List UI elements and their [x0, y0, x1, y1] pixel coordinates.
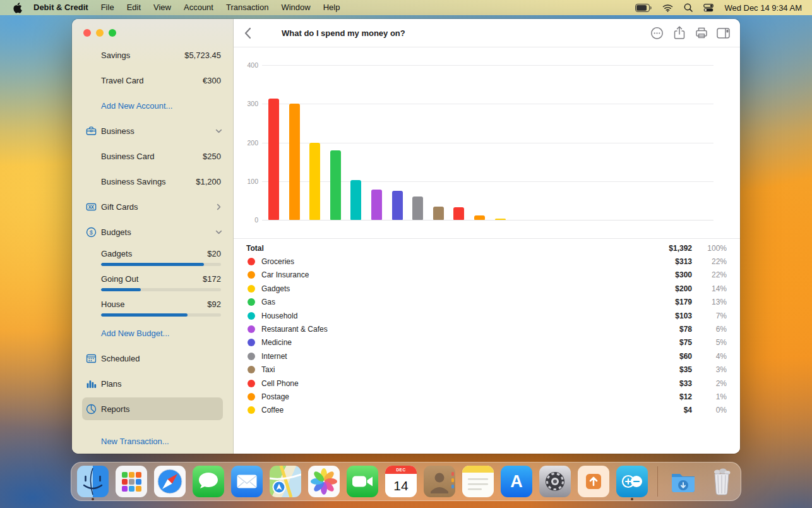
menu-item-account[interactable]: Account — [177, 0, 220, 15]
dollar-circle-icon: $ — [86, 227, 97, 238]
dock-icon-launchpad[interactable] — [116, 462, 147, 501]
chevron-down-icon[interactable] — [215, 228, 223, 236]
main-content: What do I spend my money on? 01002003004… — [234, 19, 740, 454]
sidebar-item-scheduled[interactable]: Scheduled — [72, 346, 233, 371]
sidebar-item-new-transaction[interactable]: New Transaction... — [72, 428, 233, 454]
sidebar-item-gadgets[interactable]: Gadgets$20 — [72, 245, 233, 270]
category-amount: $200 — [650, 284, 692, 293]
share-icon[interactable] — [672, 27, 686, 40]
dock-icon-debit-credit[interactable] — [616, 462, 648, 501]
dock-divider — [657, 466, 658, 497]
menu-item-window[interactable]: Window — [275, 0, 316, 15]
apple-menu-icon[interactable] — [13, 3, 22, 13]
sidebar-item-business[interactable]: Business — [72, 118, 233, 143]
back-button[interactable] — [244, 27, 251, 39]
dock-icon-testflight[interactable] — [578, 462, 609, 501]
legend-row-household: Household$1037% — [246, 309, 727, 322]
print-icon[interactable] — [695, 27, 708, 40]
legend-row-coffee: Coffee$40% — [246, 404, 727, 417]
sidebar-list: Savings$5,723.45Travel Card€300Add New A… — [72, 42, 233, 454]
sidebar-item-business-savings[interactable]: Business Savings$1,200 — [72, 169, 233, 194]
menu-item-debit-credit[interactable]: Debit & Credit — [27, 0, 95, 15]
dock-icon-system-settings[interactable] — [539, 462, 571, 501]
dock-icon-photos[interactable] — [308, 462, 340, 501]
gridline-0 — [262, 220, 713, 221]
category-percent: 4% — [695, 352, 727, 361]
sidebar-item-going-out[interactable]: Going Out$172 — [72, 270, 233, 295]
legend-table: Total$1,392100%Groceries$31322%Car Insur… — [234, 238, 740, 454]
bar-restaurant-cafes — [371, 190, 382, 220]
chevron-right-icon[interactable] — [215, 203, 223, 211]
dock-icon-finder[interactable] — [77, 462, 109, 501]
category-amount: $78 — [650, 325, 692, 334]
dock-icon-downloads[interactable] — [667, 462, 699, 501]
search-icon[interactable] — [684, 3, 693, 12]
category-label: Cell Phone — [261, 379, 650, 388]
budget-progress — [101, 313, 221, 317]
menu-clock[interactable]: Wed Dec 14 9:34 AM — [724, 3, 802, 13]
battery-icon[interactable] — [635, 4, 652, 12]
category-percent: 22% — [695, 270, 727, 279]
more-icon[interactable] — [650, 27, 664, 40]
dock-icon-trash[interactable] — [706, 462, 737, 501]
dock-icon-app-store[interactable]: A — [501, 462, 532, 501]
budget-label: House — [101, 299, 125, 309]
minimize-button[interactable] — [96, 29, 104, 37]
menu-item-help[interactable]: Help — [317, 0, 347, 15]
sidebar-item-label: New Transaction... — [101, 437, 169, 446]
category-percent: 5% — [695, 338, 727, 347]
dock-icon-calendar[interactable]: DEC14 — [385, 462, 417, 501]
bar-household — [350, 180, 361, 220]
category-color-dot — [248, 325, 255, 333]
sidebar-item-add-new-budget[interactable]: Add New Budget... — [72, 320, 233, 346]
dock-icon-messages[interactable] — [193, 462, 224, 501]
bar-gadgets — [309, 143, 320, 221]
category-label: Internet — [261, 352, 650, 361]
svg-text:$: $ — [90, 228, 93, 235]
account-balance: $1,200 — [196, 177, 221, 186]
chevron-down-icon[interactable] — [215, 127, 223, 135]
category-label: Car Insurance — [261, 270, 650, 279]
dock-icon-contacts[interactable] — [424, 462, 455, 501]
app-window: Savings$5,723.45Travel Card€300Add New A… — [72, 19, 740, 454]
bar-coffee — [495, 219, 506, 220]
menu-item-view[interactable]: View — [147, 0, 177, 15]
pie-chart-icon — [86, 404, 97, 414]
category-percent: 22% — [695, 257, 727, 266]
dock-icon-notes[interactable] — [462, 462, 494, 501]
wifi-icon[interactable] — [662, 4, 673, 12]
sidebar-item-travel-card[interactable]: Travel Card€300 — [72, 68, 233, 93]
zoom-button[interactable] — [109, 29, 116, 37]
sidebar-item-label: Business Savings — [101, 177, 166, 186]
category-color-dot — [248, 312, 255, 320]
sidebar-item-business-card[interactable]: Business Card$250 — [72, 143, 233, 169]
sidebar-item-add-new-account[interactable]: Add New Account... — [72, 93, 233, 118]
sidebar-toggle-icon[interactable] — [717, 27, 730, 40]
dock-icon-mail[interactable] — [231, 462, 263, 501]
legend-row-groceries: Groceries$31322% — [246, 255, 727, 268]
dock-icon-facetime[interactable] — [347, 462, 378, 501]
category-label: Postage — [261, 392, 650, 401]
dock-icon-safari[interactable] — [154, 462, 186, 501]
sidebar-item-gift-cards[interactable]: Gift Cards — [72, 194, 233, 219]
sidebar-item-plans[interactable]: Plans — [72, 371, 233, 396]
dock-icon-maps[interactable] — [270, 462, 301, 501]
budget-amount: $92 — [207, 299, 221, 309]
menu-item-file[interactable]: File — [95, 0, 121, 15]
sidebar-item-savings[interactable]: Savings$5,723.45 — [72, 42, 233, 68]
menu-item-transaction[interactable]: Transaction — [220, 0, 275, 15]
legend-row-gas: Gas$17913% — [246, 296, 727, 309]
running-indicator — [92, 498, 94, 500]
control-center-icon[interactable] — [703, 4, 713, 12]
sidebar-item-budgets[interactable]: $Budgets — [72, 219, 233, 245]
close-button[interactable] — [83, 29, 91, 37]
sidebar: Savings$5,723.45Travel Card€300Add New A… — [72, 19, 234, 454]
category-percent: 14% — [695, 284, 727, 293]
category-percent: 7% — [695, 311, 727, 320]
sidebar-item-reports[interactable]: Reports — [72, 396, 233, 421]
category-amount: $4 — [650, 406, 692, 414]
legend-row-gadgets: Gadgets$20014% — [246, 282, 727, 295]
sidebar-item-house[interactable]: House$92 — [72, 295, 233, 320]
menu-item-edit[interactable]: Edit — [121, 0, 147, 15]
gridline-400 — [262, 65, 713, 66]
